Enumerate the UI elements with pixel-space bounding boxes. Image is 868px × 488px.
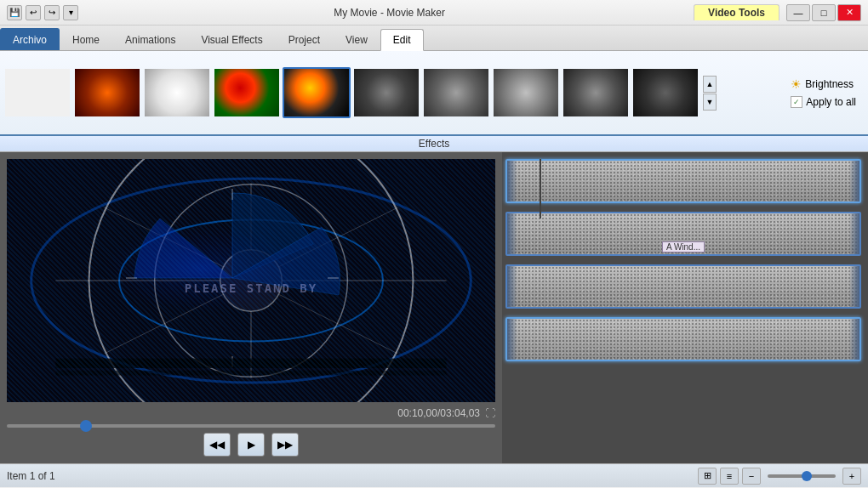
seek-thumb[interactable] bbox=[80, 420, 92, 432]
status-controls: ⊞ ≡ − + bbox=[698, 468, 861, 485]
effect-none[interactable] bbox=[3, 67, 71, 118]
timeline-clip-4[interactable] bbox=[505, 317, 861, 361]
tab-view[interactable]: View bbox=[333, 28, 380, 50]
grid-view-button[interactable]: ⊞ bbox=[698, 468, 717, 485]
clip-noise-1 bbox=[507, 161, 859, 201]
zoom-out-button[interactable]: − bbox=[742, 468, 761, 485]
zoom-slider[interactable] bbox=[768, 474, 836, 478]
clip-left-handle-2 bbox=[507, 213, 517, 254]
maximize-button[interactable]: □ bbox=[812, 4, 836, 21]
effect-red-poppy[interactable] bbox=[213, 67, 281, 118]
effect-yellow-flower[interactable] bbox=[283, 67, 351, 118]
clip-left-handle-4 bbox=[507, 319, 517, 360]
preview-panel: PLEASE STAND BY 00:10,00/03:04,03 bbox=[0, 152, 502, 463]
preview-time: 00:10,00/03:04,03 ⛶ bbox=[7, 407, 495, 419]
expand-icon[interactable]: ⛶ bbox=[485, 407, 495, 419]
timestamp-display: 00:10,00/03:04,03 bbox=[397, 407, 480, 419]
main-content: PLEASE STAND BY 00:10,00/03:04,03 bbox=[0, 152, 868, 463]
window-controls: — □ ✕ bbox=[786, 4, 861, 21]
effect-orange[interactable] bbox=[73, 67, 141, 118]
tab-archivo[interactable]: Archivo bbox=[0, 28, 60, 50]
clip-label-2: A Wind... bbox=[662, 241, 705, 253]
timeline-panel: A Wind... bbox=[502, 152, 868, 463]
timeline-clip-3[interactable] bbox=[505, 264, 861, 309]
preview-video: PLEASE STAND BY bbox=[7, 159, 495, 402]
ribbon-scroll-down[interactable]: ▼ bbox=[703, 94, 717, 111]
timeline-clip-1[interactable] bbox=[505, 159, 861, 203]
effect-very-dark[interactable] bbox=[631, 67, 700, 118]
timeline-clip-2[interactable]: A Wind... bbox=[505, 212, 861, 256]
effect-gray-medium[interactable] bbox=[422, 67, 490, 118]
clip-right-handle-3 bbox=[849, 266, 859, 307]
brightness-label: Brightness bbox=[805, 78, 854, 90]
checkbox-icon: ✓ bbox=[791, 96, 802, 108]
title-bar: 💾 ↩ ↪ ▾ My Movie - Movie Maker Video Too… bbox=[0, 0, 868, 26]
tab-home[interactable]: Home bbox=[60, 28, 112, 50]
clip-noise-3 bbox=[507, 266, 859, 307]
ribbon-scroll-up[interactable]: ▲ bbox=[703, 76, 717, 93]
play-icon: ▶ bbox=[248, 439, 255, 451]
effect-white-swirl[interactable] bbox=[143, 67, 211, 118]
clip-left-handle-3 bbox=[507, 266, 517, 307]
effect-gray-dark[interactable] bbox=[352, 67, 420, 118]
clip-right-handle-4 bbox=[849, 319, 859, 360]
clip-right-handle-1 bbox=[849, 161, 859, 201]
menu-bar: Archivo Home Animations Visual Effects P… bbox=[0, 26, 868, 51]
zoom-in-button[interactable]: + bbox=[842, 468, 861, 485]
zoom-out-icon: − bbox=[749, 471, 754, 481]
zoom-slider-thumb[interactable] bbox=[802, 471, 812, 481]
tab-visual-effects[interactable]: Visual Effects bbox=[188, 28, 275, 50]
timeline-scroll[interactable]: A Wind... bbox=[502, 152, 868, 463]
apply-to-all-label: Apply to all bbox=[806, 96, 856, 108]
forward-icon: ▶▶ bbox=[277, 439, 293, 451]
seek-track[interactable] bbox=[7, 424, 495, 428]
effects-label: Effects bbox=[0, 136, 868, 152]
apply-to-all-button[interactable]: ✓ Apply to all bbox=[785, 94, 861, 110]
video-tools-label: Video Tools bbox=[694, 4, 779, 20]
rewind-icon: ◀◀ bbox=[209, 439, 225, 451]
clip-right-handle-2 bbox=[849, 213, 859, 254]
ribbon-scroll-controls: ▲ ▼ bbox=[703, 76, 717, 111]
undo-icon[interactable]: ↩ bbox=[26, 5, 41, 20]
tv-scanlines bbox=[7, 159, 495, 402]
tab-edit[interactable]: Edit bbox=[380, 29, 424, 51]
clip-wrapper-1 bbox=[505, 159, 861, 203]
preview-controls: ◀◀ ▶ ▶▶ bbox=[7, 433, 495, 457]
tab-animations[interactable]: Animations bbox=[112, 28, 188, 50]
dropdown-icon[interactable]: ▾ bbox=[63, 5, 78, 20]
brightness-button[interactable]: ☀ Brightness bbox=[785, 76, 861, 93]
clip-left-handle-1 bbox=[507, 161, 517, 201]
tab-project[interactable]: Project bbox=[276, 28, 333, 50]
close-button[interactable]: ✕ bbox=[837, 4, 861, 21]
minimize-button[interactable]: — bbox=[786, 4, 810, 21]
forward-button[interactable]: ▶▶ bbox=[271, 433, 299, 457]
playhead-cursor bbox=[540, 159, 541, 218]
app-title: My Movie - Movie Maker bbox=[85, 7, 694, 19]
save-icon[interactable]: 💾 bbox=[7, 5, 22, 20]
redo-icon[interactable]: ↪ bbox=[44, 5, 60, 20]
clip-noise-4 bbox=[507, 319, 859, 360]
ribbon: ▲ ▼ ☀ Brightness ✓ Apply to all bbox=[0, 51, 868, 136]
zoom-in-icon: + bbox=[849, 471, 854, 481]
play-button[interactable]: ▶ bbox=[237, 433, 265, 457]
ribbon-right-panel: ☀ Brightness ✓ Apply to all bbox=[785, 76, 861, 110]
status-text: Item 1 of 1 bbox=[7, 470, 691, 482]
brightness-icon: ☀ bbox=[791, 77, 802, 91]
list-view-button[interactable]: ≡ bbox=[720, 468, 739, 485]
effect-gray-lighter[interactable] bbox=[492, 67, 560, 118]
effect-dark-gray[interactable] bbox=[562, 67, 630, 118]
status-bar: Item 1 of 1 ⊞ ≡ − + bbox=[0, 463, 868, 487]
test-card: PLEASE STAND BY bbox=[7, 159, 495, 402]
preview-seek-bar bbox=[7, 424, 495, 428]
quick-access-toolbar: 💾 ↩ ↪ ▾ bbox=[7, 5, 78, 20]
rewind-button[interactable]: ◀◀ bbox=[203, 433, 231, 457]
